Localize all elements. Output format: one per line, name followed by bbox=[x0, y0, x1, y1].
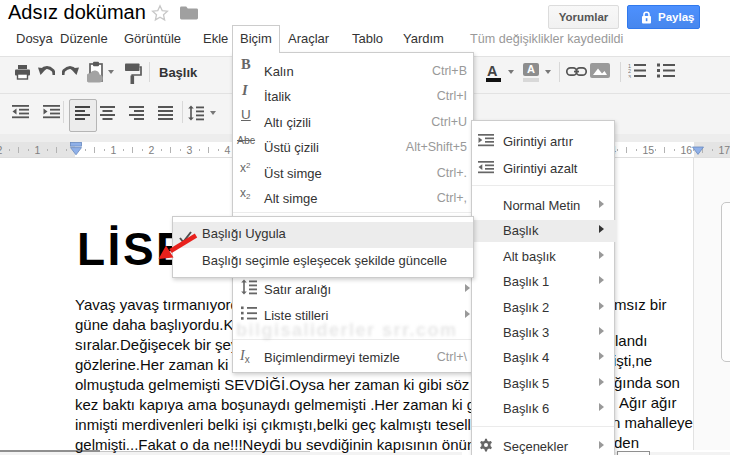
svg-text:3: 3 bbox=[628, 74, 631, 79]
